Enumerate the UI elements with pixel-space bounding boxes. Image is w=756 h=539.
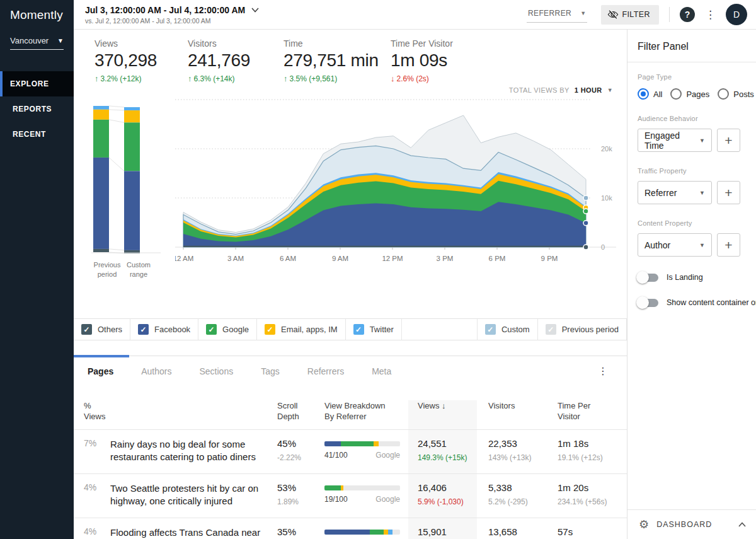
kebab-menu-icon[interactable]: ⋮	[695, 8, 726, 21]
legend-label: Google	[222, 325, 249, 334]
cell-scroll-depth: 35%	[277, 518, 324, 539]
legend-checkbox[interactable]: ✓	[265, 324, 275, 335]
radio-pages[interactable]	[670, 88, 682, 100]
radio-all[interactable]	[638, 88, 649, 100]
gear-icon: ⚙	[639, 518, 649, 531]
legend-checkbox[interactable]: ✓	[353, 324, 364, 335]
col-header-visitors[interactable]: Visitors	[477, 400, 546, 429]
add-filter-button[interactable]: +	[717, 233, 740, 257]
date-compare-label: vs. Jul 2, 12:00:00 AM - Jul 3, 12:00:00…	[85, 17, 259, 25]
legend-checkbox[interactable]: ✓	[206, 324, 217, 335]
legend-checkbox[interactable]: ✓	[546, 324, 556, 335]
breakdown-segment	[324, 441, 341, 446]
tab-referrers[interactable]: Referrers	[307, 366, 344, 376]
sort-desc-icon: ↓	[442, 401, 446, 410]
legend-item-others[interactable]: ✓ Others	[74, 319, 130, 340]
trend-arrow-icon: ↑	[188, 74, 192, 83]
legend-spacer	[402, 319, 478, 340]
author-select[interactable]: Author▼	[638, 233, 712, 257]
legend-item-twitter[interactable]: ✓ Twitter	[346, 319, 402, 340]
filter-selects: Audience BehaviorEngaged Time▼+Traffic P…	[638, 115, 746, 257]
tab-pages[interactable]: Pages	[88, 366, 113, 376]
add-filter-button[interactable]: +	[717, 129, 740, 152]
cell-page-title[interactable]: Two Seattle protesters hit by car on hig…	[110, 474, 277, 518]
sidebar: Momently Vancouver ▼ EXPLOREREPORTSRECEN…	[0, 0, 74, 539]
table-row[interactable]: 4% Two Seattle protesters hit by car on …	[74, 473, 627, 518]
legend-item-facebook[interactable]: ✓ Facebook	[130, 319, 198, 340]
legend-checkbox[interactable]: ✓	[485, 324, 496, 335]
svg-text:6 PM: 6 PM	[489, 255, 506, 262]
cell-breakdown: 67/100 Facebook	[324, 518, 408, 539]
engaged-time-select[interactable]: Engaged Time▼	[638, 129, 712, 152]
content-property-label: Content Property	[638, 219, 746, 227]
toggle-show-content-container-only[interactable]	[638, 299, 658, 307]
avatar[interactable]: D	[726, 4, 747, 25]
svg-text:12 PM: 12 PM	[382, 255, 403, 262]
legend-item-email-apps-im[interactable]: ✓ Email, apps, IM	[257, 319, 346, 340]
dashboard-bar[interactable]: ⚙ DASHBOARD	[627, 509, 756, 539]
table-kebab-menu-icon[interactable]: ⋮	[598, 365, 627, 377]
caret-down-icon: ▼	[580, 10, 586, 16]
tab-authors[interactable]: Authors	[141, 366, 171, 376]
tab-meta[interactable]: Meta	[372, 366, 391, 376]
metric-delta-text: 3.2% (+12k)	[101, 74, 142, 83]
legend-checkbox[interactable]: ✓	[81, 324, 92, 335]
svg-text:9 AM: 9 AM	[332, 255, 348, 262]
cell-breakdown: 19/100 Google	[324, 474, 408, 518]
referrer-dropdown[interactable]: REFERRER ▼	[527, 6, 588, 23]
col-header-title	[110, 400, 277, 429]
svg-text:0: 0	[601, 243, 605, 251]
traffic-area-chart[interactable]: 20k10k012 AM3 AM6 AM9 AM12 PM3 PM6 PM9 P…	[175, 90, 624, 275]
col-header-breakdown[interactable]: View BreakdownBy Referrer	[324, 400, 408, 429]
filter-panel: Filter Panel Page Type AllPagesPosts Aud…	[627, 30, 756, 539]
breakdown-segment	[379, 441, 400, 446]
site-selector[interactable]: Vancouver ▼	[10, 36, 64, 50]
sidebar-item-explore[interactable]: EXPLORE	[0, 71, 74, 96]
previous-period-bar-label: Previous period	[91, 260, 123, 279]
caret-down-icon: ▼	[699, 190, 705, 196]
cell-scroll-depth: 53%1.89%	[277, 474, 324, 518]
tab-tags[interactable]: Tags	[261, 366, 280, 376]
radio-posts[interactable]	[718, 88, 729, 100]
cell-page-title[interactable]: Rainy days no big deal for some restaura…	[110, 430, 277, 473]
col-header-pct-views[interactable]: % Views	[74, 400, 110, 429]
cell-time-per-visitor: 1m 18s19.1% (+12s)	[546, 430, 627, 473]
help-icon[interactable]: ?	[680, 7, 695, 22]
breakdown-segment	[341, 441, 374, 446]
cell-visitors: 5,3385.2% (-295)	[477, 474, 546, 518]
sidebar-item-reports[interactable]: REPORTS	[0, 96, 74, 122]
chart-legend: ✓ Others ✓ Facebook ✓ Google ✓ Email, ap…	[74, 318, 627, 340]
add-filter-button[interactable]: +	[717, 181, 740, 204]
metric-label: Time Per Visitor	[391, 38, 498, 49]
table-row[interactable]: 4% Flooding affects Trans Canada near Re…	[74, 518, 627, 539]
filter-button[interactable]: FILTER	[601, 5, 659, 25]
cell-views: 16,4065.9% (-1,030)	[408, 474, 477, 518]
col-header-time-per-visitor[interactable]: Time PerVisitor	[546, 400, 627, 429]
legend-item-custom[interactable]: ✓ Custom	[478, 319, 538, 340]
sidebar-item-recent[interactable]: RECENT	[0, 122, 74, 147]
legend-label: Email, apps, IM	[281, 325, 338, 334]
legend-item-google[interactable]: ✓ Google	[198, 319, 257, 340]
referrer-dropdown-label: REFERRER	[528, 9, 571, 18]
referrer-select[interactable]: Referrer▼	[638, 181, 712, 204]
content-tabs-card: PagesAuthorsSectionsTagsReferrersMeta⋮ %…	[74, 356, 627, 539]
cell-pct-views: 4%	[74, 518, 110, 539]
table-row[interactable]: 7% Rainy days no big deal for some resta…	[74, 429, 627, 473]
legend-checkbox[interactable]: ✓	[138, 324, 149, 335]
toggle-is-landing[interactable]	[638, 274, 658, 282]
radio-label-posts: Posts	[733, 90, 754, 99]
divider	[669, 7, 670, 22]
sidebar-nav: EXPLOREREPORTSRECENT	[0, 71, 74, 147]
chevron-down-icon: ▼	[57, 37, 64, 44]
caret-down-icon: ▼	[699, 137, 705, 144]
cell-page-title[interactable]: Flooding affects Trans Canada near Revel…	[110, 518, 277, 539]
date-range-control[interactable]: Jul 3, 12:00:00 AM - Jul 4, 12:00:00 AM …	[85, 5, 259, 25]
col-header-views[interactable]: Views ↓	[408, 400, 477, 429]
legend-label: Facebook	[154, 325, 190, 334]
col-header-scroll-depth[interactable]: ScrollDepth	[277, 400, 324, 429]
legend-item-previous-period[interactable]: ✓ Previous period	[538, 319, 627, 340]
traffic-property-label: Traffic Property	[638, 167, 746, 175]
tab-sections[interactable]: Sections	[200, 366, 234, 376]
metric-value: 241,769	[188, 50, 284, 71]
metric: Time 279,751 min ↑ 3.5% (+9,561)	[284, 38, 391, 83]
